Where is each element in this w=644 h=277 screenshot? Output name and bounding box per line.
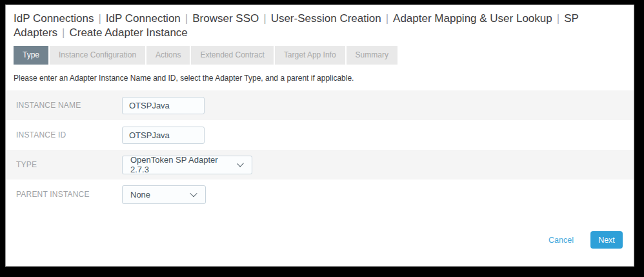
form-row-parent-instance: PARENT INSTANCE None	[6, 180, 634, 209]
tab-extended-contract[interactable]: Extended Contract	[191, 46, 273, 65]
type-dropdown[interactable]: OpenToken SP Adapter 2.7.3	[122, 156, 252, 174]
breadcrumb-item-create-adapter-instance: Create Adapter Instance	[69, 26, 187, 39]
parent-instance-dropdown-value: None	[130, 190, 150, 200]
type-dropdown-value: OpenToken SP Adapter 2.7.3	[130, 155, 230, 174]
breadcrumb-item-idp-connection[interactable]: IdP Connection	[106, 12, 181, 25]
instance-name-label: INSTANCE NAME	[16, 101, 122, 110]
breadcrumb-separator: |	[62, 26, 65, 39]
chevron-down-icon	[190, 190, 197, 197]
cancel-link[interactable]: Cancel	[548, 236, 574, 245]
chevron-down-icon	[237, 160, 244, 167]
breadcrumb-separator: |	[386, 12, 388, 25]
parent-instance-label: PARENT INSTANCE	[16, 190, 122, 199]
screenshot-frame: IdP Connections|IdP Connection|Browser S…	[0, 0, 644, 277]
breadcrumb-separator: |	[263, 12, 266, 25]
breadcrumb-separator: |	[557, 12, 559, 25]
tab-instance-configuration[interactable]: Instance Configuration	[50, 46, 145, 65]
instance-name-input[interactable]	[122, 97, 205, 114]
adapter-instance-form: INSTANCE NAME INSTANCE ID TYPE OpenToken…	[6, 90, 634, 209]
wizard-footer: Cancel Next	[6, 231, 634, 249]
instruction-text: Please enter an Adapter Instance Name an…	[14, 74, 626, 83]
breadcrumb-separator: |	[185, 12, 188, 25]
type-label: TYPE	[16, 160, 122, 169]
breadcrumb-item-browser-sso[interactable]: Browser SSO	[192, 12, 259, 25]
next-button[interactable]: Next	[590, 231, 623, 249]
parent-instance-dropdown[interactable]: None	[122, 185, 206, 204]
breadcrumb: IdP Connections|IdP Connection|Browser S…	[14, 12, 607, 40]
form-row-type: TYPE OpenToken SP Adapter 2.7.3	[6, 150, 634, 180]
wizard-tabs: Type Instance Configuration Actions Exte…	[14, 46, 626, 65]
instance-id-label: INSTANCE ID	[16, 130, 122, 139]
tab-actions[interactable]: Actions	[146, 46, 190, 65]
breadcrumb-separator: |	[98, 12, 101, 25]
form-row-instance-name: INSTANCE NAME	[6, 90, 634, 120]
create-adapter-instance-panel: IdP Connections|IdP Connection|Browser S…	[5, 5, 634, 267]
breadcrumb-item-user-session-creation[interactable]: User-Session Creation	[271, 12, 381, 25]
tab-target-app-info[interactable]: Target App Info	[275, 46, 345, 65]
instance-id-input[interactable]	[122, 127, 205, 144]
breadcrumb-item-adapter-mapping-user-lookup[interactable]: Adapter Mapping & User Lookup	[393, 12, 552, 25]
tab-summary[interactable]: Summary	[347, 46, 397, 65]
form-row-instance-id: INSTANCE ID	[6, 120, 634, 150]
tab-type[interactable]: Type	[14, 46, 48, 65]
breadcrumb-item-idp-connections[interactable]: IdP Connections	[14, 12, 94, 25]
